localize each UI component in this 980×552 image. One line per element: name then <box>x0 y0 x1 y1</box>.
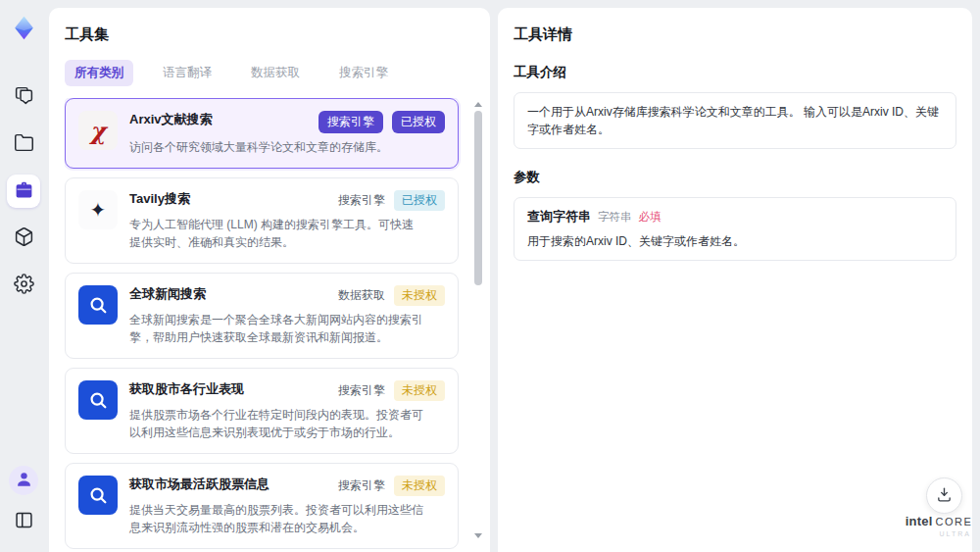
tavily-star-icon: ✦ <box>78 190 118 229</box>
core-brand-text: CORE <box>935 516 972 527</box>
params-heading: 参数 <box>514 169 956 186</box>
tool-description: 全球新闻搜索是一个聚合全球各大新闻网站内容的搜索引擎，帮助用户快速获取全球最新资… <box>129 311 423 346</box>
tool-title: 全球新闻搜索 <box>129 285 206 303</box>
sidebar-item-models[interactable] <box>7 222 40 255</box>
chat-icon <box>14 85 34 109</box>
tool-description: 提供当天交易量最高的股票列表。投资者可以利用这些信息来识别流动性强的股票和潜在的… <box>129 501 423 536</box>
details-title: 工具详情 <box>514 25 956 44</box>
category-tabs: 所有类别 语言翻译 数据获取 搜索引擎 <box>65 60 474 86</box>
tool-description: 访问各个研究领域大量科学论文和文章的存储库。 <box>129 138 423 156</box>
tool-description: 提供股票市场各个行业在特定时间段内的表现。投资者可以利用这些信息来识别表现优于或… <box>129 406 423 441</box>
param-type: 字符串 <box>598 210 632 225</box>
download-icon <box>936 486 953 506</box>
intel-brand-text: intel <box>906 514 933 528</box>
global-news-search-icon <box>78 285 118 325</box>
sidebar-bottom <box>0 466 47 538</box>
cube-icon <box>14 226 34 250</box>
param-required-badge: 必填 <box>639 210 662 225</box>
download-button[interactable] <box>926 477 962 514</box>
sidebar-item-toolbox[interactable] <box>7 175 40 208</box>
active-stocks-icon <box>78 476 118 515</box>
sidebar-item-settings[interactable] <box>7 269 40 302</box>
param-box: 查询字符串 字符串 必填 用于搜索的Arxiv ID、关键字或作者姓名。 <box>514 197 956 261</box>
category-label: 搜索引擎 <box>338 382 385 399</box>
tool-details-panel: 工具详情 工具介绍 一个用于从Arxiv存储库搜索科学论文和文章的工具。 输入可… <box>498 8 972 552</box>
tool-list: χ Arxiv文献搜索 搜索引擎 已授权 访问各个研究领域大量科学论文和文章的存… <box>65 98 474 549</box>
param-description: 用于搜索的Arxiv ID、关键字或作者姓名。 <box>527 232 943 250</box>
tool-card-active-stocks[interactable]: 获取市场最活跃股票信息 搜索引擎 未授权 提供当天交易量最高的股票列表。投资者可… <box>65 463 459 549</box>
category-label: 数据获取 <box>338 287 385 304</box>
auth-badge: 未授权 <box>394 285 445 306</box>
gear-icon <box>14 274 34 297</box>
briefcase-icon <box>14 179 34 203</box>
tab-search-engine[interactable]: 搜索引擎 <box>329 60 398 86</box>
tab-data-fetch[interactable]: 数据获取 <box>241 60 310 86</box>
category-label: 搜索引擎 <box>338 192 385 209</box>
folder-icon <box>14 132 34 156</box>
tools-panel: 工具集 所有类别 语言翻译 数据获取 搜索引擎 χ Arxiv文献搜索 搜索引擎… <box>49 8 490 552</box>
category-badge: 搜索引擎 <box>318 111 383 133</box>
tool-card-tavily[interactable]: ✦ Tavily搜索 搜索引擎 已授权 专为人工智能代理 (LLM) 构建的搜索… <box>65 177 459 264</box>
scrollbar-thumb[interactable] <box>474 111 482 285</box>
intro-heading: 工具介绍 <box>514 64 956 81</box>
param-name: 查询字符串 <box>527 208 591 226</box>
intro-box: 一个用于从Arxiv存储库搜索科学论文和文章的工具。 输入可以是Arxiv ID… <box>514 92 956 149</box>
tool-list-scrollbar[interactable] <box>473 102 483 538</box>
tab-language-translation[interactable]: 语言翻译 <box>153 60 221 86</box>
category-label: 搜索引擎 <box>338 477 385 494</box>
scrollbar-up-arrow-icon[interactable] <box>474 102 482 107</box>
ultra-brand-text: ULTRA <box>906 530 971 537</box>
tool-title: 获取市场最活跃股票信息 <box>129 476 270 493</box>
intel-core-logo: intel CORE ULTRA <box>906 514 971 537</box>
tool-title: 获取股市各行业表现 <box>129 380 244 398</box>
auth-badge: 未授权 <box>394 476 445 496</box>
sidebar <box>0 0 47 552</box>
arxiv-icon: χ <box>78 111 118 150</box>
sidebar-item-files[interactable] <box>7 127 40 161</box>
tool-card-global-news[interactable]: 全球新闻搜索 数据获取 未授权 全球新闻搜索是一个聚合全球各大新闻网站内容的搜索… <box>65 273 459 359</box>
page-title: 工具集 <box>65 25 474 44</box>
tool-title: Arxiv文献搜索 <box>129 111 213 128</box>
sidebar-item-panel-toggle[interactable] <box>7 505 40 538</box>
tab-all-categories[interactable]: 所有类别 <box>65 60 133 86</box>
sidebar-nav <box>7 80 40 302</box>
sidebar-item-profile[interactable] <box>9 466 38 495</box>
tool-card-arxiv[interactable]: χ Arxiv文献搜索 搜索引擎 已授权 访问各个研究领域大量科学论文和文章的存… <box>65 98 459 169</box>
intro-text: 一个用于从Arxiv存储库搜索科学论文和文章的工具。 输入可以是Arxiv ID… <box>527 103 943 138</box>
tool-title: Tavily搜索 <box>129 190 190 208</box>
scrollbar-down-arrow-icon[interactable] <box>474 533 482 538</box>
auth-badge: 已授权 <box>392 111 445 133</box>
sidebar-item-chat[interactable] <box>7 80 40 114</box>
app-window: 工具集 所有类别 语言翻译 数据获取 搜索引擎 χ Arxiv文献搜索 搜索引擎… <box>0 0 980 552</box>
person-icon <box>15 470 33 491</box>
auth-badge: 已授权 <box>394 190 445 211</box>
tool-description: 专为人工智能代理 (LLM) 构建的搜索引擎工具。可快速提供实时、准确和真实的结… <box>129 216 423 251</box>
auth-badge: 未授权 <box>394 380 445 401</box>
stock-sector-icon <box>78 380 118 420</box>
app-logo-icon <box>8 12 39 43</box>
tool-card-stock-sector[interactable]: 获取股市各行业表现 搜索引擎 未授权 提供股票市场各个行业在特定时间段内的表现。… <box>65 368 459 454</box>
sidebar-toggle-icon <box>14 510 34 533</box>
